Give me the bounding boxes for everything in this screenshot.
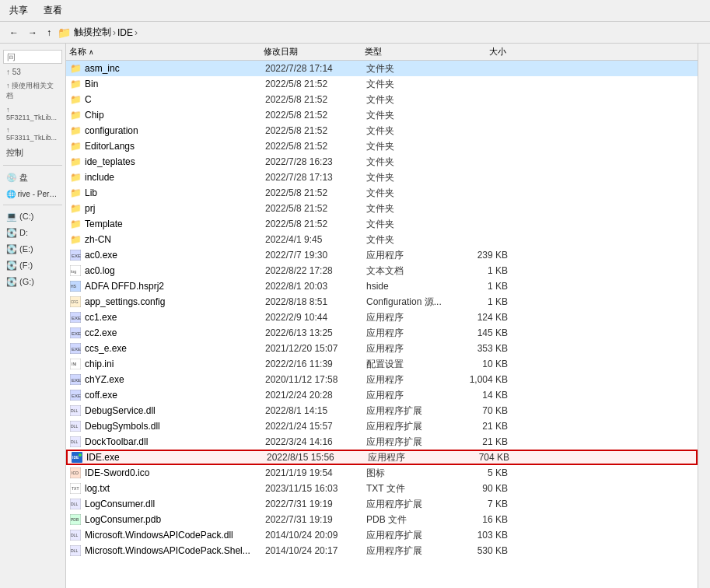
view-menu[interactable]: 查看 xyxy=(40,2,65,19)
file-size: 1 KB xyxy=(452,265,514,276)
sidebar-item-c[interactable]: 💻 (C:) xyxy=(3,210,62,223)
sidebar-item-drive-personal[interactable]: 🌐 rive - Persona... xyxy=(3,188,62,200)
up-button[interactable]: ↑ xyxy=(44,26,54,40)
sidebar-pin-1[interactable]: ↑ 53 xyxy=(3,67,62,77)
table-row[interactable]: DLLDebugSymbols.dll2022/1/24 15:57应用程序扩展… xyxy=(66,418,698,434)
folder-icon: 📁 xyxy=(69,218,82,230)
file-date: 2021/1/19 19:54 xyxy=(265,467,366,478)
table-row[interactable]: CFGapp_settings.config2022/8/18 8:51Conf… xyxy=(66,294,698,310)
sidebar-item-d[interactable]: 💽 D: xyxy=(3,226,62,240)
sidebar-pin-2[interactable]: ↑ 摸使用相关文档 xyxy=(3,80,62,102)
scrollbar-panel[interactable] xyxy=(698,44,710,588)
table-row[interactable]: 📁Template2022/5/8 21:52文件夹 xyxy=(66,216,698,232)
dll-icon: DLL xyxy=(69,529,82,541)
share-menu[interactable]: 共享 xyxy=(6,2,31,19)
table-row[interactable]: 📁prj2022/5/8 21:52文件夹 xyxy=(66,201,698,216)
table-row[interactable]: 📁ide_teplates2022/7/28 16:23文件夹 xyxy=(66,154,698,170)
file-name: DebugService.dll xyxy=(85,405,265,416)
file-size: 239 KB xyxy=(452,250,514,261)
breadcrumb-root[interactable]: 触摸控制 xyxy=(74,26,111,39)
table-row[interactable]: ICOIDE-Sword0.ico2021/1/19 19:54图标5 KB xyxy=(66,465,698,481)
table-row[interactable]: IDEIDE.exe2022/8/15 15:56应用程序704 KB xyxy=(66,450,698,465)
forward-button[interactable]: → xyxy=(25,26,40,40)
col-date-header[interactable]: 修改日期 xyxy=(264,46,365,58)
table-row[interactable]: EXEchYZ.exe2020/11/12 17:58应用程序1,004 KB xyxy=(66,372,698,387)
table-row[interactable]: 📁Bin2022/5/8 21:52文件夹 xyxy=(66,76,698,92)
file-name: prj xyxy=(85,203,265,214)
table-row[interactable]: PDBLogConsumer.pdb2022/7/31 19:19PDB 文件1… xyxy=(66,512,698,527)
exe-icon: EXE xyxy=(69,327,82,339)
file-date: 2022/5/8 21:52 xyxy=(265,110,366,121)
table-row[interactable]: 📁zh-CN2022/4/1 9:45文件夹 xyxy=(66,232,698,247)
svg-text:CFG: CFG xyxy=(71,300,79,304)
table-row[interactable]: EXEcc2.exe2022/6/13 13:25应用程序145 KB xyxy=(66,325,698,341)
col-size-header[interactable]: 大小 xyxy=(450,46,512,58)
sidebar-item-disk[interactable]: 💿 盘 xyxy=(3,170,62,185)
back-button[interactable]: ← xyxy=(6,26,22,40)
svg-text:HS: HS xyxy=(71,284,77,289)
sidebar-pin-3[interactable]: ↑ 5F3211_TkLib... xyxy=(3,105,62,122)
table-row[interactable]: HSADFA DFFD.hsprj22022/8/1 20:03hside1 K… xyxy=(66,278,698,294)
file-size: 90 KB xyxy=(452,483,514,494)
file-type: PDB 文件 xyxy=(366,513,452,527)
svg-text:EXE: EXE xyxy=(72,254,81,258)
file-date: 2022/7/28 17:13 xyxy=(265,172,366,183)
table-row[interactable]: EXEac0.exe2022/7/7 19:30应用程序239 KB xyxy=(66,247,698,263)
table-row[interactable]: DLLDebugService.dll2022/8/1 14:15应用程序扩展7… xyxy=(66,403,698,418)
table-row[interactable]: logac0.log2022/8/22 17:28文本文档1 KB xyxy=(66,263,698,278)
table-row[interactable]: 📁Lib2022/5/8 21:52文件夹 xyxy=(66,185,698,201)
search-input[interactable] xyxy=(3,50,62,64)
file-name: Microsoft.WindowsAPICodePack.Shel... xyxy=(85,545,265,556)
svg-text:INI: INI xyxy=(72,362,76,366)
sidebar-pin-4[interactable]: ↑ 5F3311_TkLib... xyxy=(3,125,62,142)
file-date: 2022/5/8 21:52 xyxy=(265,187,366,198)
table-row[interactable]: 📁include2022/7/28 17:13文件夹 xyxy=(66,170,698,185)
sidebar-item-g[interactable]: 💽 (G:) xyxy=(3,275,62,289)
file-type: 文本文档 xyxy=(366,264,452,278)
file-date: 2014/10/24 20:09 xyxy=(265,530,366,541)
sidebar-item-e[interactable]: 💽 (E:) xyxy=(3,243,62,256)
file-date: 2022/7/28 17:14 xyxy=(265,63,366,74)
folder-icon: 📁 xyxy=(69,109,82,121)
table-row[interactable]: TXTlog.txt2023/11/15 16:03TXT 文件90 KB xyxy=(66,481,698,496)
file-name: configuration xyxy=(85,125,265,136)
table-row[interactable]: INIchip.ini2022/2/16 11:39配置设置10 KB xyxy=(66,356,698,372)
table-row[interactable]: EXEccs_e.exe2021/12/20 15:07应用程序353 KB xyxy=(66,341,698,356)
file-date: 2022/8/18 8:51 xyxy=(265,296,366,307)
table-row[interactable]: EXEcc1.exe2022/2/9 10:44应用程序124 KB xyxy=(66,310,698,325)
folder-icon: 📁 xyxy=(69,171,82,184)
file-type: Configuration 源... xyxy=(366,296,452,309)
table-row[interactable]: DLLMicrosoft.WindowsAPICodePack.Shel...2… xyxy=(66,543,698,558)
file-type: 文件夹 xyxy=(366,93,452,107)
table-row[interactable]: DLLLogConsumer.dll2022/7/31 19:19应用程序扩展7… xyxy=(66,496,698,512)
dll-icon: DLL xyxy=(69,544,82,557)
file-type: 配置设置 xyxy=(366,358,452,371)
table-row[interactable]: 📁EditorLangs2022/5/8 21:52文件夹 xyxy=(66,138,698,154)
table-row[interactable]: 📁configuration2022/5/8 21:52文件夹 xyxy=(66,123,698,138)
file-name: app_settings.config xyxy=(85,296,265,307)
table-row[interactable]: 📁C2022/5/8 21:52文件夹 xyxy=(66,92,698,107)
svg-text:EXE: EXE xyxy=(72,394,81,398)
col-type-header[interactable]: 类型 xyxy=(365,46,450,58)
sidebar-item-f[interactable]: 💽 (F:) xyxy=(3,259,62,272)
file-type: 应用程序扩展 xyxy=(366,420,452,433)
file-date: 2023/11/15 16:03 xyxy=(265,483,366,494)
svg-text:EXE: EXE xyxy=(72,347,81,352)
table-row[interactable]: 📁asm_inc2022/7/28 17:14文件夹 xyxy=(66,61,698,76)
table-row[interactable]: DLLDockToolbar.dll2022/3/24 14:16应用程序扩展2… xyxy=(66,434,698,450)
file-size: 353 KB xyxy=(452,343,514,354)
table-row[interactable]: 📁Chip2022/5/8 21:52文件夹 xyxy=(66,107,698,123)
file-type: 应用程序 xyxy=(366,311,452,324)
file-name: Chip xyxy=(85,110,265,121)
breadcrumb-ide[interactable]: IDE xyxy=(117,27,133,38)
col-name-header[interactable]: 名称 xyxy=(69,46,264,58)
svg-text:PDB: PDB xyxy=(71,517,79,522)
table-row[interactable]: EXEcoff.exe2021/2/24 20:28应用程序14 KB xyxy=(66,387,698,403)
file-type: 应用程序扩展 xyxy=(366,529,452,542)
folder-icon: 📁 xyxy=(69,187,82,199)
file-date: 2021/12/20 15:07 xyxy=(265,343,366,354)
file-size: 704 KB xyxy=(453,452,516,463)
table-row[interactable]: DLLMicrosoft.WindowsAPICodePack.dll2014/… xyxy=(66,527,698,543)
dll-icon: DLL xyxy=(69,498,82,510)
sidebar-item-control[interactable]: 控制 xyxy=(3,145,62,160)
